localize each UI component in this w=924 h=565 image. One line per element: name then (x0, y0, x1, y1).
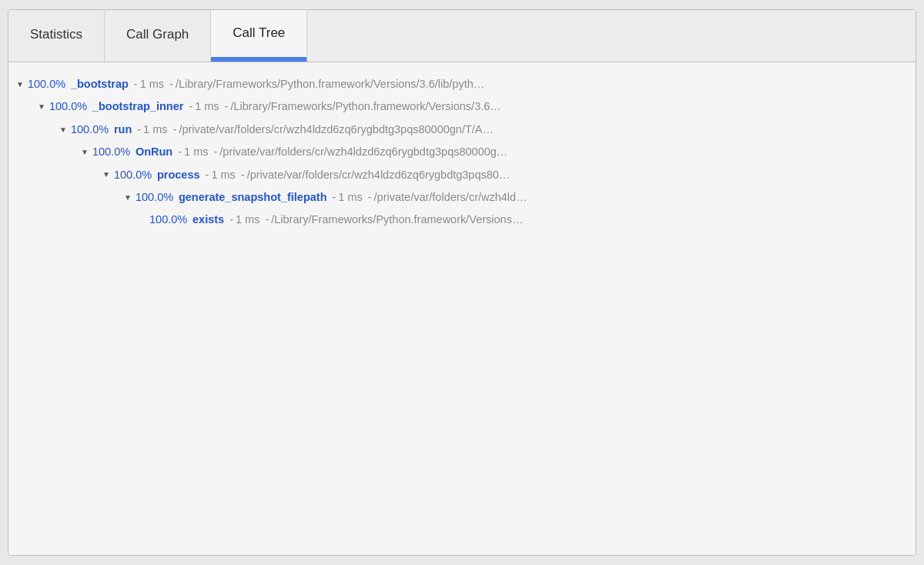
file-path: /private/var/folders/cr/wzh4ldzd6zq6rygb… (247, 165, 511, 185)
separator: - (214, 142, 218, 162)
separator: - (332, 188, 336, 207)
timing-label: 1 ms (195, 97, 219, 116)
tab-call-graph[interactable]: Call Graph (105, 10, 211, 62)
function-name[interactable]: _bootstrap (71, 75, 129, 94)
separator: - (178, 142, 182, 162)
expand-icon[interactable]: ▼ (16, 78, 24, 92)
percentage-label: 100.0% (28, 75, 68, 94)
function-name[interactable]: _bootstrap_inner (92, 97, 183, 116)
separator: - (173, 120, 177, 139)
timing-label: 1 ms (211, 165, 235, 185)
function-name[interactable]: exists (192, 210, 224, 229)
percentage-label: 100.0% (114, 165, 154, 185)
separator: - (225, 97, 229, 116)
tab-statistics[interactable]: Statistics (8, 10, 105, 62)
separator: - (265, 210, 269, 229)
separator: - (206, 165, 209, 185)
separator: - (169, 75, 173, 94)
separator: - (229, 210, 233, 229)
percentage-label: 100.0% (71, 120, 111, 139)
tab-call-tree[interactable]: Call Tree (211, 10, 307, 62)
timing-label: 1 ms (338, 188, 362, 207)
content-area: ▼100.0%_bootstrap-1 ms-/Library/Framewor… (8, 62, 916, 555)
percentage-label: 100.0% (149, 210, 189, 229)
tree-row[interactable]: 100.0%exists-1 ms-/Library/Frameworks/Py… (16, 209, 908, 231)
tab-bar: StatisticsCall GraphCall Tree (8, 10, 916, 62)
separator: - (137, 120, 141, 139)
tree-row[interactable]: ▼100.0%run-1 ms-/private/var/folders/cr/… (16, 119, 908, 141)
percentage-label: 100.0% (92, 142, 132, 162)
expand-icon[interactable]: ▼ (81, 145, 89, 159)
tree-row[interactable]: ▼100.0%generate_snapshot_filepath-1 ms-/… (16, 186, 908, 209)
call-tree-container: ▼100.0%_bootstrap-1 ms-/Library/Framewor… (16, 73, 908, 232)
expand-icon[interactable]: ▼ (102, 168, 110, 182)
function-name[interactable]: run (114, 120, 132, 139)
tree-row[interactable]: ▼100.0%OnRun-1 ms-/private/var/folders/c… (16, 141, 908, 163)
expand-icon[interactable]: ▼ (38, 100, 45, 114)
main-window: StatisticsCall GraphCall Tree ▼100.0%_bo… (8, 9, 916, 556)
file-path: /private/var/folders/cr/wzh4ldzd6zq6rygb… (219, 142, 507, 162)
tree-row[interactable]: ▼100.0%_bootstrap-1 ms-/Library/Framewor… (16, 73, 908, 95)
percentage-label: 100.0% (49, 97, 89, 116)
timing-label: 1 ms (236, 210, 259, 229)
expand-icon[interactable]: ▼ (59, 123, 67, 137)
function-name[interactable]: process (157, 165, 200, 185)
tree-row[interactable]: ▼100.0%_bootstrap_inner-1 ms-/Library/Fr… (16, 95, 908, 118)
file-path: /private/var/folders/cr/wzh4ldzd6zq6rygb… (179, 120, 494, 139)
separator: - (134, 75, 138, 94)
tree-row[interactable]: ▼100.0%process-1 ms-/private/var/folders… (16, 164, 908, 186)
separator: - (189, 97, 192, 116)
file-path: /Library/Frameworks/Python.framework/Ver… (271, 210, 523, 229)
expand-icon[interactable]: ▼ (124, 191, 132, 205)
timing-label: 1 ms (143, 120, 167, 139)
file-path: /private/var/folders/cr/wzh4ld… (374, 188, 527, 207)
percentage-label: 100.0% (136, 188, 176, 207)
function-name[interactable]: generate_snapshot_filepath (179, 188, 327, 207)
function-name[interactable]: OnRun (136, 142, 172, 162)
separator: - (368, 188, 372, 207)
file-path: /Library/Frameworks/Python.framework/Ver… (176, 75, 484, 94)
timing-label: 1 ms (140, 75, 164, 94)
separator: - (241, 165, 245, 185)
file-path: /Library/Frameworks/Python.framework/Ver… (230, 97, 500, 116)
timing-label: 1 ms (184, 142, 208, 162)
